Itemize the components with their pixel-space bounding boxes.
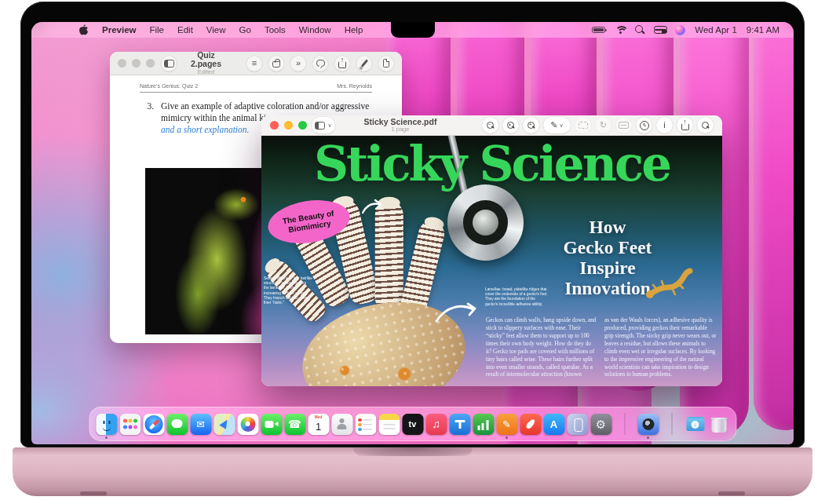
insert-icon[interactable]	[268, 56, 284, 71]
dock-item	[354, 411, 377, 436]
wallpaper-blob	[754, 22, 794, 430]
selection-icon[interactable]	[575, 117, 591, 133]
share-icon[interactable]	[677, 117, 693, 133]
messages-dock-icon[interactable]	[166, 414, 188, 435]
dock-divider[interactable]	[624, 413, 625, 435]
minimize-button[interactable]	[284, 121, 293, 130]
finder-dock-icon[interactable]	[96, 414, 117, 435]
photos-dock-icon[interactable]	[237, 414, 258, 435]
preview-window-title: Sticky Science.pdf 1 page	[354, 118, 447, 133]
preview-toolbar: −•+✎↻✎i	[482, 117, 714, 133]
view-options-icon[interactable]: ≡	[246, 56, 262, 71]
facetime-dock-icon[interactable]	[261, 414, 282, 435]
control-center-icon[interactable]	[654, 26, 666, 34]
maps-dock-icon[interactable]	[214, 414, 235, 435]
dock-item: ✎	[495, 411, 518, 436]
search-icon[interactable]	[635, 25, 644, 35]
lid-lift-scoop	[353, 447, 473, 456]
menu-edit[interactable]: Edit	[177, 25, 193, 35]
pages-dock-icon[interactable]: ✎	[496, 414, 517, 435]
keynote-dock-icon[interactable]	[449, 414, 470, 435]
document-icon[interactable]	[378, 56, 394, 71]
apple-icon[interactable]	[78, 24, 89, 35]
phone-dock-icon[interactable]: ☎	[284, 414, 305, 435]
dock-item	[684, 411, 706, 436]
mail-dock-icon[interactable]: ✉	[190, 414, 211, 435]
dock-item: tv	[401, 411, 424, 436]
dock-item	[330, 411, 353, 436]
system-settings-dock-icon[interactable]: ⚙	[590, 414, 611, 435]
music-dock-icon[interactable]: ♫	[425, 414, 447, 435]
zoom-out-icon[interactable]: −	[482, 117, 498, 133]
body-column-1: Geckos can climb walls, hang upside down…	[486, 316, 598, 378]
trash-dock-icon[interactable]	[708, 414, 729, 435]
menu-window[interactable]: Window	[299, 25, 331, 35]
reminders-dock-icon[interactable]	[355, 414, 376, 435]
icon-sign: −	[487, 122, 492, 127]
zoom-button[interactable]	[146, 59, 155, 68]
lamellae-caption: Lamellae: broad, platelike ridges that c…	[485, 287, 548, 307]
sidebar-toggle-button[interactable]	[161, 56, 177, 71]
menu-file[interactable]: File	[149, 25, 164, 35]
share-icon[interactable]	[334, 56, 350, 71]
search-icon[interactable]	[697, 117, 714, 133]
close-button[interactable]	[118, 59, 126, 68]
dock-divider[interactable]	[671, 413, 672, 435]
sidebar-icon	[315, 122, 325, 130]
pdf-page[interactable]: Sticky Science The Beauty of Biomimicry	[261, 136, 722, 386]
rotate-icon[interactable]: ↻	[595, 117, 611, 133]
dock-item: ♫	[425, 411, 447, 436]
more-toolbar-items-icon[interactable]: »	[290, 56, 306, 71]
camera-notch	[391, 22, 435, 38]
wifi-icon[interactable]	[615, 26, 626, 35]
sidebar-toggle-button[interactable]: ∨	[312, 117, 335, 133]
pdf-body-text: Geckos can climb walls, hang upside down…	[486, 316, 717, 378]
window-controls	[270, 121, 307, 130]
notes-dock-icon[interactable]	[378, 414, 400, 435]
safari-dock-icon[interactable]	[143, 414, 164, 435]
menu-go[interactable]: Go	[239, 25, 251, 35]
icon-sign: •	[507, 122, 513, 127]
preview-window[interactable]: ∨ Sticky Science.pdf 1 page −•+✎↻✎i Stic…	[261, 115, 722, 386]
dock-item	[637, 411, 659, 436]
menu-preview[interactable]: Preview	[102, 25, 136, 35]
iphone-mirroring-dock-icon[interactable]	[567, 414, 588, 435]
comment-icon[interactable]	[312, 56, 328, 71]
apple-tv-dock-icon[interactable]: tv	[402, 414, 423, 435]
rocket-app-dock-icon[interactable]	[520, 414, 541, 435]
dock-item	[660, 411, 683, 436]
pages-title-bar: Quiz 2.pages Edited ≡»	[110, 52, 402, 75]
format-brush-icon[interactable]	[356, 56, 372, 71]
redact-icon[interactable]	[615, 117, 632, 133]
menu-bar-date[interactable]: Wed Apr 1	[695, 25, 737, 35]
dock-item	[472, 411, 495, 436]
contacts-dock-icon[interactable]	[331, 414, 352, 435]
markup-pen-icon[interactable]: ✎	[543, 117, 571, 133]
menu-tools[interactable]: Tools	[265, 25, 286, 35]
battery-icon[interactable]	[592, 27, 605, 34]
header-right: Mrs. Reynolds	[337, 83, 372, 89]
autofill-icon[interactable]: ✎	[636, 117, 652, 133]
close-button[interactable]	[270, 121, 279, 130]
menu-view[interactable]: View	[206, 25, 226, 35]
dock-item: ✉	[189, 411, 212, 436]
menu-help[interactable]: Help	[345, 25, 363, 35]
zoom-actual-size-icon[interactable]: •	[502, 117, 519, 133]
siri-icon[interactable]	[675, 25, 685, 35]
zoom-button[interactable]	[298, 121, 307, 130]
calendar-dock-icon[interactable]: 1	[308, 414, 329, 435]
dock-item	[707, 411, 730, 436]
header-left: Nature’s Genius: Quiz 2	[140, 83, 198, 89]
app-store-dock-icon[interactable]: A	[543, 414, 564, 435]
zoom-in-icon[interactable]: +	[523, 117, 539, 133]
dock-item: A	[542, 411, 565, 436]
preview-title-bar: ∨ Sticky Science.pdf 1 page −•+✎↻✎i	[261, 115, 722, 136]
minimize-button[interactable]	[132, 59, 141, 68]
launchpad-dock-icon[interactable]	[119, 414, 141, 435]
numbers-dock-icon[interactable]	[473, 414, 494, 435]
preview-dock-icon[interactable]	[637, 414, 659, 435]
info-icon[interactable]: i	[656, 117, 673, 133]
menu-bar-time[interactable]: 9:41 AM	[747, 25, 779, 35]
dock-item	[213, 411, 235, 436]
downloads-dock-icon[interactable]	[684, 414, 706, 435]
